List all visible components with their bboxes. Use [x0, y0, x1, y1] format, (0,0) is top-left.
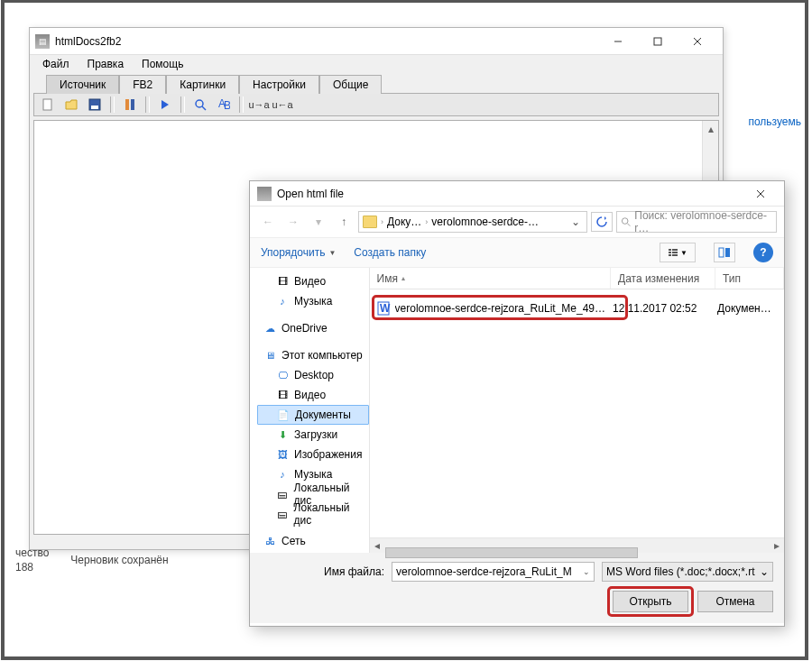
scroll-left-icon[interactable]: ◂	[370, 538, 385, 554]
tree-network[interactable]: 🖧Сеть	[257, 531, 369, 551]
tree-pc-video[interactable]: 🎞Видео	[257, 385, 369, 405]
refresh-button[interactable]	[591, 212, 613, 232]
menu-edit[interactable]: Правка	[78, 56, 134, 72]
scroll-up-icon[interactable]: ▴	[703, 121, 718, 136]
view-mode-button[interactable]: ▼	[660, 243, 696, 262]
nav-recent-button[interactable]: ▾	[308, 211, 329, 233]
window-controls	[598, 29, 717, 54]
new-folder-button[interactable]: Создать папку	[354, 246, 426, 259]
side-link[interactable]: пользуемь	[748, 115, 801, 128]
tree-images[interactable]: 🖼Изображения	[257, 445, 369, 464]
form-icon[interactable]	[120, 96, 140, 114]
a-to-u-icon[interactable]: u←a	[272, 96, 292, 114]
nav-forward-button[interactable]: →	[282, 211, 304, 233]
dialog-footer: Имя файла: verolomnoe-serdce-rejzora_RuL…	[250, 553, 784, 623]
svg-text:W: W	[380, 302, 391, 315]
toolbar-separator	[239, 96, 244, 113]
button-row: Открыть Отмена	[261, 591, 773, 612]
video-icon: 🎞	[275, 389, 290, 401]
chevron-down-icon[interactable]: ⌄	[583, 567, 590, 576]
folder-icon	[363, 216, 377, 228]
open-icon[interactable]	[61, 96, 81, 114]
organize-button[interactable]: Упорядочить▼	[261, 246, 336, 259]
horizontal-scrollbar[interactable]: ◂ ▸	[370, 537, 784, 553]
tree-downloads[interactable]: ⬇Загрузки	[257, 425, 369, 445]
breadcrumb[interactable]: › Доку… › verolomnoe-serdce-… ⌄	[358, 211, 587, 233]
breadcrumb-part1[interactable]: Доку…	[387, 216, 421, 228]
file-type: Документ M	[710, 302, 779, 315]
column-date[interactable]: Дата изменения	[611, 268, 715, 289]
menu-file[interactable]: Файл	[33, 56, 78, 72]
network-icon: 🖧	[263, 535, 277, 547]
new-icon[interactable]	[38, 96, 58, 114]
tree-video[interactable]: 🎞Видео	[257, 271, 369, 291]
tree-local-disk-2[interactable]: 🖴Локальный дис	[257, 504, 369, 524]
breadcrumb-dropdown-icon[interactable]: ⌄	[568, 216, 583, 228]
tree-desktop[interactable]: 🖵Desktop	[257, 365, 369, 385]
tab-fb2[interactable]: FB2	[119, 75, 166, 94]
svg-rect-17	[669, 249, 671, 251]
svg-rect-22	[672, 254, 678, 256]
help-button[interactable]: ?	[753, 243, 773, 262]
scroll-thumb[interactable]	[385, 547, 639, 558]
menubar: Файл Правка Помощь	[30, 55, 723, 73]
tree-music[interactable]: ♪Музыка	[257, 291, 369, 311]
u-to-a-icon[interactable]: u→a	[249, 96, 269, 114]
search-input[interactable]: Поиск: verolomnoe-serdce-r…	[616, 211, 777, 233]
preview-pane-button[interactable]	[714, 243, 735, 262]
column-name[interactable]: Имя▴	[370, 268, 611, 289]
video-icon: 🎞	[275, 275, 290, 288]
zoom-icon[interactable]	[190, 96, 210, 114]
nav-up-button[interactable]: ↑	[333, 211, 355, 233]
run-icon[interactable]	[155, 96, 175, 114]
file-row[interactable]: W verolomnoe-serdce-rejzora_RuLit_Me_49……	[375, 297, 779, 320]
computer-icon: 🖥	[263, 349, 277, 362]
minimize-button[interactable]	[598, 29, 638, 54]
tab-common[interactable]: Общие	[319, 75, 382, 94]
dialog-close-button[interactable]	[744, 183, 777, 205]
svg-rect-23	[719, 248, 724, 257]
draft-saved-label: Черновик сохранён	[70, 554, 168, 568]
svg-rect-24	[725, 248, 730, 257]
tab-settings[interactable]: Настройки	[239, 75, 319, 94]
images-icon: 🖼	[275, 448, 290, 461]
menu-help[interactable]: Помощь	[133, 56, 192, 72]
file-area: Имя▴ Дата изменения Тип W verolomnoe-ser…	[370, 268, 784, 553]
file-list: W verolomnoe-serdce-rejzora_RuLit_Me_49……	[370, 289, 784, 537]
close-button[interactable]	[678, 29, 717, 54]
column-type[interactable]: Тип	[715, 268, 784, 289]
documents-icon: 📄	[276, 409, 291, 421]
tab-pictures[interactable]: Картинки	[166, 75, 239, 94]
open-button[interactable]: Открыть	[613, 591, 688, 612]
replace-icon[interactable]: AB	[214, 96, 234, 114]
tree-this-pc[interactable]: 🖥Этот компьютер	[257, 345, 369, 365]
svg-rect-7	[125, 99, 129, 110]
chevron-down-icon[interactable]: ⌄	[760, 565, 769, 578]
open-file-dialog: Open html file ← → ▾ ↑ › Доку… › verolom…	[249, 180, 785, 627]
file-date: 12.11.2017 02:52	[605, 302, 710, 315]
music-icon: ♪	[275, 468, 290, 481]
chevron-right-icon: ›	[381, 217, 383, 226]
cancel-button[interactable]: Отмена	[697, 591, 773, 612]
toolbar: AB u→a u←a	[33, 93, 719, 116]
tree-onedrive[interactable]: ☁OneDrive	[257, 318, 369, 338]
filter-value: MS Word files (*.doc;*.docx;*.rt	[606, 565, 755, 578]
svg-rect-4	[43, 99, 51, 110]
dialog-title: Open html file	[277, 188, 744, 200]
save-icon[interactable]	[85, 96, 105, 114]
filename-input[interactable]: verolomnoe-serdce-rejzora_RuLit_M ⌄	[392, 562, 595, 582]
svg-rect-19	[669, 254, 671, 256]
column-headers: Имя▴ Дата изменения Тип	[370, 268, 784, 289]
maximize-button[interactable]	[638, 29, 678, 54]
tab-source[interactable]: Источник	[46, 75, 119, 94]
scroll-right-icon[interactable]: ▸	[769, 538, 784, 554]
tree-documents[interactable]: 📄Документы	[257, 405, 369, 425]
status-quality: чество 188	[15, 546, 49, 574]
toolbar-separator	[110, 96, 115, 113]
word-doc-icon: W	[375, 300, 392, 317]
nav-back-button[interactable]: ←	[257, 211, 279, 233]
file-name: verolomnoe-serdce-rejzora_RuLit_Me_49…	[395, 302, 605, 315]
filetype-filter[interactable]: MS Word files (*.doc;*.docx;*.rt ⌄	[602, 562, 773, 582]
breadcrumb-part2[interactable]: verolomnoe-serdce-…	[431, 216, 539, 228]
disk-icon: 🖴	[275, 508, 290, 520]
